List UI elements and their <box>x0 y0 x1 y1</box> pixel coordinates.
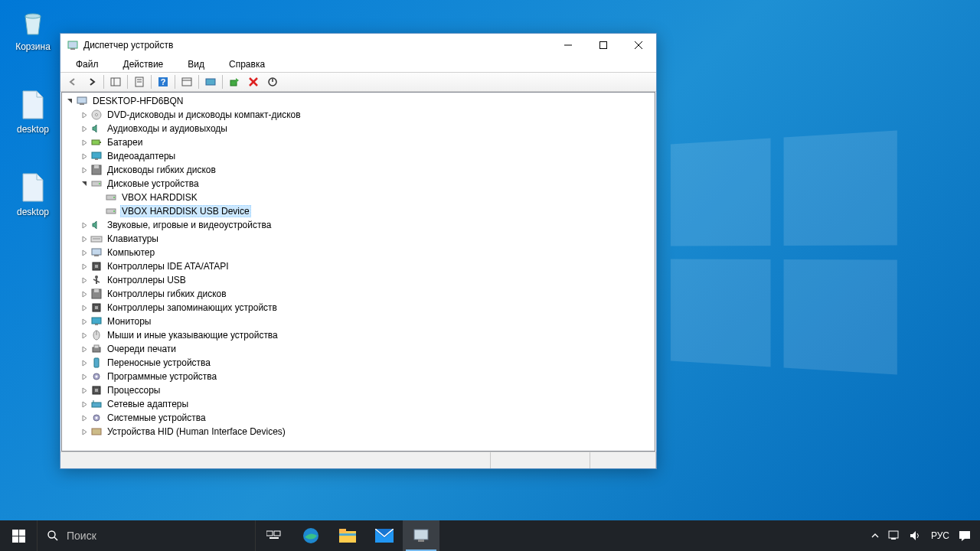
desktop-icon-file-2[interactable]: desktop <box>6 171 60 217</box>
scan-hardware-button[interactable] <box>201 73 220 90</box>
expand-arrow-icon[interactable] <box>80 372 89 381</box>
tray-action-center-icon[interactable] <box>954 520 975 551</box>
tree-category[interactable]: Батареи <box>62 135 655 149</box>
expand-arrow-icon[interactable] <box>80 234 89 243</box>
tree-item-label: DESKTOP-HFD6BQN <box>91 96 185 106</box>
tree-category[interactable]: Контроллеры гибких дисков <box>62 287 655 301</box>
svg-point-32 <box>99 183 100 184</box>
start-button[interactable] <box>0 520 37 551</box>
tree-category[interactable]: Очереди печати <box>62 342 655 356</box>
taskbar-app-explorer[interactable] <box>329 520 366 551</box>
tray-volume-icon[interactable] <box>905 520 926 551</box>
statusbar <box>60 452 656 468</box>
close-button[interactable] <box>621 34 656 57</box>
expand-arrow-icon[interactable] <box>80 179 89 188</box>
tray-network-icon[interactable] <box>884 520 905 551</box>
expand-arrow-icon[interactable] <box>80 358 89 367</box>
menu-view[interactable]: Вид <box>175 57 217 71</box>
device-tree[interactable]: DESKTOP-HFD6BQNDVD-дисководы и дисководы… <box>61 92 655 452</box>
expand-arrow-icon[interactable] <box>80 220 89 230</box>
expand-arrow-icon[interactable] <box>80 399 89 409</box>
svg-point-43 <box>95 276 98 279</box>
expand-arrow-icon[interactable] <box>65 96 74 106</box>
pc-icon <box>90 246 103 259</box>
tree-category[interactable]: Дисковые устройства <box>62 177 655 191</box>
expand-arrow-icon[interactable] <box>80 262 89 271</box>
tree-category[interactable]: Мыши и иные указывающие устройства <box>62 328 655 342</box>
tree-category[interactable]: Контроллеры запоминающих устройств <box>62 301 655 315</box>
svg-rect-70 <box>19 536 25 543</box>
tree-item-label: Компьютер <box>106 247 156 258</box>
taskbar-app-device-manager[interactable] <box>403 520 439 551</box>
tree-item-label: Батареи <box>106 137 144 148</box>
menu-file[interactable]: Файл <box>64 57 111 71</box>
expand-arrow-icon[interactable] <box>80 427 89 436</box>
expand-arrow-icon[interactable] <box>80 152 89 161</box>
tree-root[interactable]: DESKTOP-HFD6BQN <box>62 94 655 108</box>
tree-category[interactable]: Звуковые, игровые и видеоустройства <box>62 218 655 232</box>
tree-category[interactable]: Процессоры <box>62 383 655 397</box>
tree-category[interactable]: Контроллеры IDE ATA/ATAPI <box>62 259 655 273</box>
desktop-icon-recycle-bin[interactable]: Корзина <box>6 6 60 52</box>
action-button-1[interactable] <box>178 73 196 90</box>
expand-arrow-icon[interactable] <box>80 303 89 312</box>
svg-line-72 <box>54 537 57 540</box>
tray-overflow-button[interactable] <box>867 520 884 551</box>
expand-arrow-icon[interactable] <box>80 386 89 395</box>
maximize-button[interactable] <box>586 34 621 57</box>
tree-category[interactable]: DVD-дисководы и дисководы компакт-дисков <box>62 108 655 122</box>
menubar: Файл Действие Вид Справка <box>60 57 656 72</box>
desktop-icon-file-1[interactable]: desktop <box>6 89 60 135</box>
expand-arrow-icon[interactable] <box>80 317 89 326</box>
back-button[interactable] <box>64 73 82 90</box>
hdd-icon <box>90 178 103 190</box>
tree-item-label: Звуковые, игровые и видеоустройства <box>106 220 273 230</box>
tray-language[interactable]: РУС <box>926 520 954 551</box>
tree-category[interactable]: Контроллеры USB <box>62 273 655 287</box>
expand-arrow-icon[interactable] <box>94 193 103 202</box>
tree-category[interactable]: Переносные устройства <box>62 356 655 370</box>
uninstall-button[interactable] <box>244 73 263 90</box>
expand-arrow-icon[interactable] <box>80 124 89 133</box>
expand-arrow-icon[interactable] <box>80 331 89 340</box>
chip-icon <box>90 384 103 396</box>
expand-arrow-icon[interactable] <box>80 289 89 298</box>
tree-category[interactable]: Мониторы <box>62 315 655 328</box>
titlebar[interactable]: Диспетчер устройств <box>60 34 656 57</box>
disable-button[interactable] <box>263 73 282 90</box>
taskbar-app-mail[interactable] <box>366 520 403 551</box>
tree-category[interactable]: Сетевые адаптеры <box>62 397 655 411</box>
help-button[interactable]: ? <box>154 73 172 90</box>
tree-category[interactable]: Устройства HID (Human Interface Devices) <box>62 425 655 439</box>
tree-device[interactable]: VBOX HARDDISK USB Device <box>62 204 655 218</box>
show-hide-tree-button[interactable] <box>106 73 125 90</box>
menu-help[interactable]: Справка <box>217 57 277 71</box>
taskbar-app-edge[interactable] <box>292 520 329 551</box>
properties-button[interactable] <box>130 73 149 90</box>
expand-arrow-icon[interactable] <box>80 344 89 354</box>
expand-arrow-icon[interactable] <box>94 207 103 216</box>
minimize-button[interactable] <box>550 34 586 57</box>
tree-category[interactable]: Системные устройства <box>62 411 655 425</box>
task-view-button[interactable] <box>256 520 292 551</box>
svg-point-65 <box>96 417 98 419</box>
tree-category[interactable]: Видеоадаптеры <box>62 149 655 163</box>
forward-button[interactable] <box>83 73 101 90</box>
printer-icon <box>90 343 103 355</box>
svg-text:?: ? <box>161 77 166 86</box>
expand-arrow-icon[interactable] <box>80 276 89 285</box>
expand-arrow-icon[interactable] <box>80 165 89 174</box>
menu-action[interactable]: Действие <box>111 57 176 71</box>
tree-device[interactable]: VBOX HARDDISK <box>62 191 655 204</box>
update-driver-button[interactable] <box>225 73 243 90</box>
expand-arrow-icon[interactable] <box>80 110 89 119</box>
search-box[interactable]: Поиск <box>37 520 256 551</box>
tree-category[interactable]: Аудиовходы и аудиовыходы <box>62 122 655 135</box>
tree-category[interactable]: Программные устройства <box>62 370 655 383</box>
tree-category[interactable]: Компьютер <box>62 246 655 259</box>
expand-arrow-icon[interactable] <box>80 138 89 147</box>
tree-category[interactable]: Дисководы гибких дисков <box>62 163 655 177</box>
expand-arrow-icon[interactable] <box>80 413 89 422</box>
expand-arrow-icon[interactable] <box>80 248 89 257</box>
tree-category[interactable]: Клавиатуры <box>62 232 655 246</box>
